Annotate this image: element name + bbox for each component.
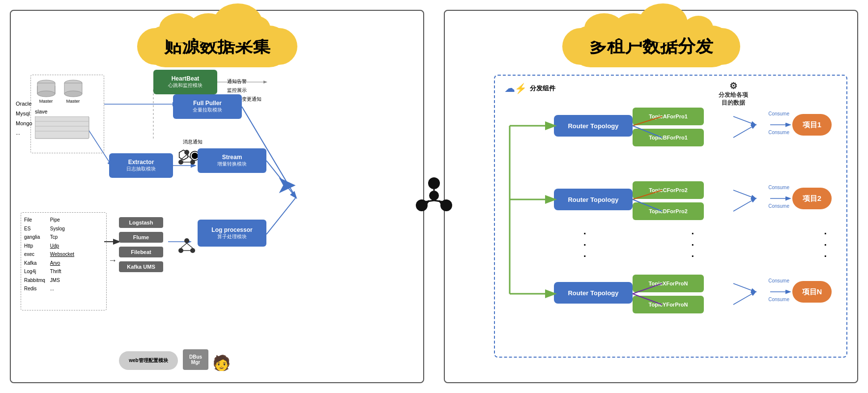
- topic-b1: TopicBForPro1: [633, 129, 704, 146]
- svg-line-57: [733, 190, 755, 198]
- stream-module: Stream 增量转换模块: [198, 148, 266, 173]
- fullpuller-subtitle: 全量拉取模块: [193, 107, 222, 113]
- consume-2c: Consume: [768, 185, 789, 190]
- db-cylinder-svg-2: [63, 79, 83, 99]
- source-mongo: Mongo: [16, 119, 32, 129]
- svg-line-28: [187, 155, 193, 160]
- router-2: Router Topology: [554, 189, 633, 210]
- kafka-node-2: [177, 237, 197, 258]
- consume-na: Consume: [768, 278, 789, 283]
- router-n: Router Topology: [554, 282, 633, 304]
- kafka-svg-1: [177, 148, 197, 168]
- svg-rect-20: [35, 116, 89, 139]
- master-db-1: Master: [35, 79, 57, 104]
- log-sources-left-col: FileESgangliaHttpexecKafkaLog4jRabbitmqR…: [24, 216, 45, 293]
- router-2-label: Router Topology: [568, 196, 618, 203]
- topic-c2-label: TopicCForPro2: [649, 187, 688, 193]
- stream-title: Stream: [222, 154, 242, 161]
- svg-point-24: [184, 150, 189, 155]
- source-mysql: Mysql: [16, 109, 32, 119]
- dispatch-dashed-box: ☁⚡ 分发组件 ⚙ 分发给各项目的数据 Router Topology Rout…: [494, 75, 847, 358]
- dispatch-component-header: ☁⚡ 分发组件: [505, 83, 555, 94]
- extractor-module: Extractor 日志抽取模块: [109, 153, 173, 178]
- slave-db-svg: [35, 116, 94, 141]
- slave-section: slave: [35, 109, 100, 143]
- source-oracle: Oracle: [16, 99, 32, 109]
- svg-line-55: [733, 116, 755, 125]
- router-1: Router Topology: [554, 115, 633, 137]
- left-cloud-title: 贴源数据采集: [145, 26, 290, 67]
- topic-a1-label: TopicAForPro1: [649, 113, 688, 119]
- svg-point-14: [37, 91, 55, 97]
- consume-nb: Consume: [768, 297, 789, 302]
- master-label-2: Master: [66, 99, 80, 104]
- project-n: 项目N: [792, 281, 832, 303]
- logprocessor-title: Log processor: [211, 226, 252, 233]
- svg-point-19: [64, 91, 82, 97]
- svg-line-60: [733, 292, 755, 305]
- log-section: FileESgangliaHttpexecKafkaLog4jRabbitmqR…: [21, 212, 107, 310]
- cloud-icon-dispatch: ☁⚡: [505, 83, 527, 94]
- db-section: Master Master slave: [30, 75, 104, 153]
- router-n-label: Router Topology: [568, 289, 618, 297]
- svg-line-34: [187, 243, 193, 248]
- svg-line-33: [181, 243, 187, 248]
- router-1-label: Router Topology: [568, 122, 618, 130]
- right-cloud-title: 多租户数据分发: [570, 26, 733, 67]
- dots-between-topics: ···: [691, 228, 694, 262]
- dots-between-projects: ···: [824, 228, 827, 262]
- topic-a1: TopicAForPro1: [633, 108, 704, 125]
- consume-1a: Consume: [768, 111, 789, 116]
- center-kafka-svg: [412, 173, 456, 218]
- flume-tool: Flume: [119, 232, 163, 243]
- center-kafka-icon: [412, 173, 456, 220]
- svg-point-39: [429, 191, 439, 200]
- kafka-svg-2: [177, 237, 197, 256]
- logstash-tool: Logstash: [119, 217, 163, 228]
- topic-yn: TopicYForProN: [633, 296, 704, 313]
- extractor-subtitle: 日志抽取模块: [126, 166, 156, 172]
- gear-icon-dispatch: ⚙: [729, 81, 737, 91]
- left-panel: 贴源数据采集: [10, 10, 424, 383]
- dispatch-target-header: ⚙ 分发给各项目的数据: [719, 81, 748, 107]
- svg-line-58: [733, 198, 755, 211]
- extractor-title: Extractor: [128, 159, 154, 166]
- heartbeat-module: HeartBeat 心跳和监控模块: [153, 70, 217, 94]
- fullpuller-module: Full Puller 全量拉取模块: [173, 94, 242, 119]
- topic-d2-label: TopicDForPro2: [649, 208, 688, 214]
- svg-point-30: [184, 238, 189, 243]
- logprocessor-subtitle: 算子处理模块: [217, 233, 247, 240]
- kafka-node-1: [177, 148, 197, 170]
- svg-line-56: [733, 125, 755, 138]
- dispatch-component-label: 分发组件: [530, 84, 555, 93]
- logprocessor-module: Log processor 算子处理模块: [198, 220, 266, 247]
- log-sources-container: FileESgangliaHttpexecKafkaLog4jRabbitmqR…: [24, 216, 103, 293]
- svg-line-5: [266, 197, 296, 234]
- project-2-label: 项目2: [803, 194, 821, 203]
- master-label-1: Master: [39, 99, 53, 104]
- monitor-text: 监控展示: [227, 86, 261, 95]
- db-masters: Master Master: [35, 79, 100, 104]
- consume-1b: Consume: [768, 130, 789, 135]
- log-sources-right-col: PipeSyslogTcpUdpWebsocketArvoThriftJMS..…: [50, 216, 74, 293]
- heartbeat-subtitle: 心跳和监控模块: [168, 82, 203, 89]
- dots-between-routers: ···: [583, 228, 588, 262]
- stream-subtitle: 增量转换模块: [217, 161, 247, 168]
- filebeat-tool: Filebeat: [119, 247, 163, 257]
- dispatch-target-text: 分发给各项目的数据: [719, 91, 748, 107]
- log-to-tools-arrow: →: [108, 255, 117, 266]
- project-n-label: 项目N: [802, 287, 822, 297]
- topic-d2: TopicDForPro2: [633, 202, 704, 220]
- log-tools-section: Logstash Flume Filebeat Kafka UMS: [119, 217, 163, 272]
- topic-yn-label: TopicYForProN: [649, 302, 688, 308]
- svg-line-59: [733, 283, 755, 292]
- topic-c2: TopicCForPro2: [633, 181, 704, 199]
- fullpuller-title: Full Puller: [193, 100, 222, 107]
- right-content-area: ☁⚡ 分发组件 ⚙ 分发给各项目的数据 Router Topology Rout…: [455, 75, 847, 372]
- topic-xn: TopicXForProN: [633, 275, 704, 292]
- slave-label: slave: [35, 109, 100, 114]
- consume-2d: Consume: [768, 203, 789, 209]
- project-1: 项目1: [792, 114, 832, 136]
- project-2: 项目2: [792, 188, 832, 209]
- topic-xn-label: TopicXForProN: [649, 281, 688, 286]
